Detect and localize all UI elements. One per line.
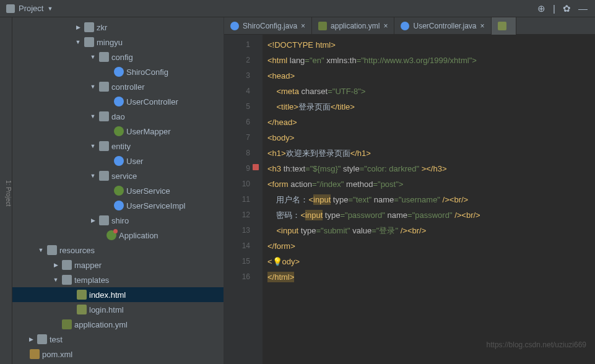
tab-usercontroller[interactable]: UserController.java× — [394, 17, 491, 35]
project-tree[interactable]: ▶zkr ▼mingyu ▼config ShiroConfig ▼contro… — [12, 17, 224, 364]
folder-icon — [62, 275, 72, 285]
tab-applicationyml[interactable]: application.yml× — [312, 17, 394, 35]
tree-node-dao[interactable]: ▼dao — [12, 109, 224, 124]
tree-node-templates[interactable]: ▼templates — [12, 272, 224, 287]
tree-node-controller[interactable]: ▼controller — [12, 79, 224, 94]
class-icon — [114, 156, 124, 166]
interface-icon — [114, 126, 124, 136]
code-editor[interactable]: 12345678910111213141516 <!DOCTYPE html> … — [224, 35, 595, 364]
folder-icon — [99, 111, 109, 121]
rail-label-project[interactable]: 1: Project — [5, 180, 12, 206]
gear-icon[interactable]: ✿ — [563, 3, 571, 14]
tree-node-userservice[interactable]: UserService — [12, 183, 224, 198]
class-icon — [230, 22, 239, 30]
tree-node-entity[interactable]: ▼entity — [12, 139, 224, 154]
tree-node-pomxml[interactable]: pom.xml — [12, 347, 224, 362]
tree-node-loginhtml[interactable]: login.html — [12, 302, 224, 317]
tree-node-userserviceimpl[interactable]: UserServiceImpl — [12, 198, 224, 213]
html-icon — [498, 22, 506, 30]
tree-node-application[interactable]: Application — [12, 228, 224, 243]
html-icon — [77, 305, 87, 314]
class-icon — [401, 22, 409, 30]
tree-node-shiro[interactable]: ▶shiro — [12, 213, 224, 228]
folder-icon — [84, 37, 94, 47]
tree-node-resources[interactable]: ▼resources — [12, 243, 224, 258]
top-toolbar: Project ▼ ⊕ | ✿ — — [0, 0, 595, 17]
class-icon — [114, 67, 124, 77]
tree-node-indexhtml[interactable]: index.html — [12, 287, 224, 302]
close-icon[interactable]: × — [301, 22, 305, 30]
folder-icon — [84, 22, 94, 32]
project-dropdown[interactable]: Project ▼ — [2, 2, 56, 14]
close-icon[interactable]: × — [480, 22, 485, 30]
interface-icon — [114, 186, 124, 196]
left-rail: 1: Project — [0, 17, 12, 364]
watermark: https://blog.csdn.net/uziuzi669 — [487, 340, 586, 349]
bulb-icon[interactable]: 💡 — [272, 257, 282, 266]
tree-node-applicationyml[interactable]: application.yml — [12, 317, 224, 332]
tree-node-zkr[interactable]: ▶zkr — [12, 20, 224, 35]
folder-icon — [99, 171, 109, 181]
minimize-icon[interactable]: — — [578, 3, 588, 14]
tree-node-config[interactable]: ▼config — [12, 50, 224, 64]
maven-icon — [30, 349, 40, 359]
gutter[interactable]: 12345678910111213141516 — [224, 35, 263, 364]
tree-node-mingyu[interactable]: ▼mingyu — [12, 35, 224, 50]
folder-icon — [99, 215, 109, 225]
project-icon — [6, 4, 15, 13]
close-icon[interactable]: × — [383, 22, 388, 30]
yml-icon — [318, 22, 327, 30]
folder-icon — [99, 141, 109, 151]
tree-node-mapper[interactable]: ▶mapper — [12, 258, 224, 272]
tree-node-user[interactable]: User — [12, 154, 224, 168]
html-icon — [77, 290, 87, 300]
folder-icon — [47, 245, 57, 255]
tree-node-usermapper[interactable]: UserMapper — [12, 124, 224, 139]
tree-node-test[interactable]: ▶test — [12, 332, 224, 347]
target-icon[interactable]: ⊕ — [537, 3, 545, 14]
tree-node-shiroconfig[interactable]: ShiroConfig — [12, 64, 224, 79]
folder-icon — [99, 52, 109, 62]
breakpoint-marker[interactable] — [253, 164, 259, 170]
app-icon — [106, 230, 116, 240]
code-area[interactable]: <!DOCTYPE html> <html lang="en" xmlns:th… — [263, 35, 595, 364]
divider-icon: | — [553, 3, 555, 14]
folder-icon — [62, 260, 72, 270]
yml-icon — [62, 319, 72, 329]
project-label: Project — [19, 4, 43, 13]
folder-icon — [37, 334, 47, 344]
tab-shiroconfig[interactable]: ShiroConfig.java× — [224, 17, 312, 35]
tree-node-service[interactable]: ▼service — [12, 168, 224, 183]
editor-tabs: ShiroConfig.java× application.yml× UserC… — [224, 17, 595, 35]
folder-icon — [99, 82, 109, 92]
chevron-down-icon: ▼ — [47, 6, 53, 12]
tab-more[interactable] — [492, 17, 516, 35]
class-icon — [114, 97, 124, 106]
tree-node-usercontroller[interactable]: UserController — [12, 94, 224, 109]
class-icon — [114, 201, 124, 210]
